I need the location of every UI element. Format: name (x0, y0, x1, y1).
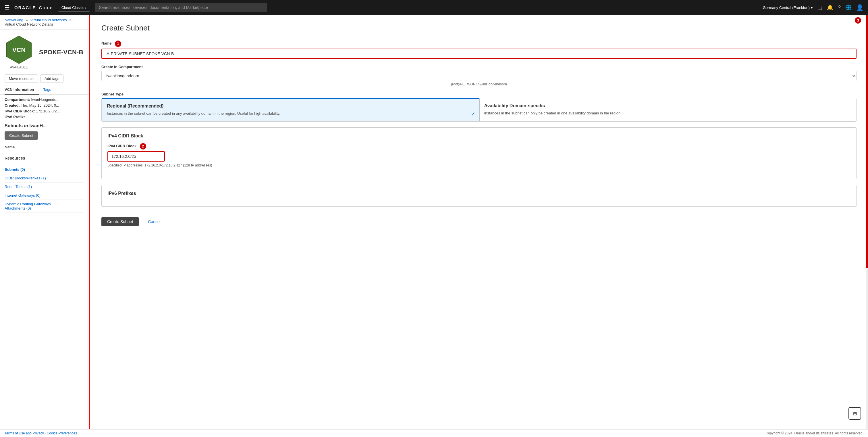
cloud-classic-button[interactable]: Cloud Classic › (58, 4, 90, 11)
regional-subnet-card[interactable]: Regional (Recommended) Instances in the … (102, 98, 479, 121)
hamburger-menu-icon[interactable]: ☰ (5, 4, 10, 11)
step-3-badge: 3 (855, 17, 861, 24)
main-container: Networking » Virtual cloud networks » Vi… (0, 15, 868, 437)
breadcrumb-networking[interactable]: Networking (5, 18, 23, 22)
scroll-thumb (866, 15, 868, 268)
subnet-type-form-group: Subnet Type Regional (Recommended) Insta… (101, 92, 857, 122)
resource-link-cidr[interactable]: CIDR Blocks/Prefixes (1) (5, 174, 84, 182)
compartment-select[interactable]: IwanHoogendoorn (101, 71, 857, 81)
compartment-path: (root)/NETWORK/IwanHoogendoorn (101, 82, 857, 86)
ipv4-cidr-input[interactable] (107, 151, 165, 162)
breadcrumb-vcn-list[interactable]: Virtual cloud networks (30, 18, 67, 22)
regional-check-icon: ✓ (471, 111, 475, 117)
subnet-type-label: Subnet Type (101, 92, 857, 96)
breadcrumb-sep2: » (69, 18, 71, 22)
vcn-name: SPOKE-VCN-B (39, 49, 83, 56)
table-header-name: Name (5, 143, 84, 151)
help-widget-button[interactable]: ⊞ (848, 407, 861, 420)
tabs-bar: VCN Information Tags (0, 85, 89, 95)
ad-specific-subnet-card[interactable]: Availability Domain-specific Instances i… (479, 98, 857, 121)
user-avatar[interactable]: 👤 (856, 4, 863, 11)
step-1-badge: 1 (115, 40, 121, 47)
subnets-section: Subnets in IwanH... Create Subnet Name (0, 123, 89, 151)
resources-section: Resources Subnets (0) CIDR Blocks/Prefix… (0, 151, 89, 217)
ad-specific-desc: Instances in the subnet can only be crea… (484, 111, 851, 116)
name-input[interactable] (101, 49, 857, 59)
vcn-hexagon-icon: VCN (5, 35, 33, 64)
compartment-row: Compartment: IwanHoogendo... (5, 97, 84, 102)
form-actions: Create Subnet Cancel (101, 212, 857, 231)
globe-icon[interactable]: 🌐 (845, 4, 851, 11)
resource-link-internet-gateways[interactable]: Internet Gateways (0) (5, 191, 84, 200)
console-icon[interactable]: ⬚ (817, 4, 822, 11)
name-form-group: Name 1 (101, 40, 857, 59)
help-icon[interactable]: ? (838, 5, 841, 11)
name-label: Name 1 (101, 40, 857, 47)
nav-right-section: Germany Central (Frankfurt) ▾ ⬚ 🔔 ? 🌐 👤 (763, 4, 863, 11)
ipv4-cidr-label: IPv4 CIDR Block 2 (107, 143, 850, 149)
create-subnet-panel: 3 Create Subnet Name 1 Create In Compart… (89, 15, 868, 437)
resources-title: Resources (5, 156, 84, 163)
vcn-header: VCN AVAILABLE SPOKE-VCN-B (0, 30, 89, 72)
created-row: Created: Thu, May 16, 2024, 0... (5, 103, 84, 108)
ipv6-section-title: IPv6 Prefixes (107, 191, 850, 196)
create-subnet-button[interactable]: Create Subnet (5, 132, 38, 140)
ipv4-section-title: IPv4 CIDR Block (107, 134, 850, 139)
add-tags-button[interactable]: Add tags (40, 75, 63, 83)
ipv6-section: IPv6 Prefixes (101, 185, 857, 207)
vcn-info-section: Compartment: IwanHoogendo... Created: Th… (0, 97, 89, 123)
top-navigation: ☰ ORACLE Cloud Cloud Classic › Germany C… (0, 0, 868, 15)
left-panel: Networking » Virtual cloud networks » Vi… (0, 15, 89, 437)
ipv6-prefix-row: IPv6 Prefix: - (5, 115, 84, 119)
subnets-title: Subnets in IwanH... (5, 123, 84, 128)
cookies-link[interactable]: Cookie Preferences (47, 431, 77, 435)
svg-text:VCN: VCN (12, 46, 26, 54)
bell-icon[interactable]: 🔔 (827, 4, 833, 11)
breadcrumb: Networking » Virtual cloud networks » Vi… (0, 15, 89, 30)
resource-link-subnets[interactable]: Subnets (0) (5, 165, 84, 174)
search-input[interactable] (95, 3, 267, 12)
tab-vcn-information[interactable]: VCN Information (5, 85, 39, 95)
resource-link-route-tables[interactable]: Route Tables (1) (5, 182, 84, 191)
terms-link[interactable]: Terms of Use and Privacy (5, 431, 44, 435)
panel-title: Create Subnet (101, 24, 857, 32)
scroll-indicator[interactable] (866, 15, 868, 437)
footer-left: Terms of Use and Privacy · Cookie Prefer… (5, 431, 77, 435)
region-selector[interactable]: Germany Central (Frankfurt) ▾ (763, 5, 813, 10)
ipv4-cidr-section: IPv4 CIDR Block IPv4 CIDR Block 2 Specif… (101, 127, 857, 179)
help-widget-icon: ⊞ (853, 411, 857, 416)
tab-tags[interactable]: Tags (43, 85, 56, 95)
subnet-type-container: Regional (Recommended) Instances in the … (101, 98, 857, 122)
action-buttons: Move resource Add tags (0, 72, 89, 85)
cancel-button[interactable]: Cancel (142, 217, 166, 226)
footer-copyright: Copyright © 2024, Oracle and/or its affi… (766, 431, 863, 435)
create-subnet-submit-button[interactable]: Create Subnet (101, 217, 139, 226)
compartment-form-group: Create In Compartment IwanHoogendoorn (r… (101, 65, 857, 86)
ad-specific-title: Availability Domain-specific (484, 103, 851, 108)
ipv4-cidr-row: IPv4 CIDR Block: 172.16.2.0/2... (5, 109, 84, 113)
vcn-status: AVAILABLE (10, 65, 28, 69)
breadcrumb-current: Virtual Cloud Network Details (5, 22, 53, 26)
step-2-badge: 2 (140, 143, 146, 149)
right-panel: 3 Create Subnet Name 1 Create In Compart… (89, 15, 868, 437)
compartment-label: Create In Compartment (101, 65, 857, 69)
ipv4-cidr-form-group: IPv4 CIDR Block 2 Specified IP addresses… (107, 143, 850, 167)
footer: Terms of Use and Privacy · Cookie Prefer… (0, 429, 868, 437)
ip-range-note: Specified IP addresses: 172.16.2.0-172.1… (107, 163, 850, 167)
breadcrumb-sep1: » (26, 18, 28, 22)
regional-title: Regional (Recommended) (107, 104, 474, 109)
step-3-badge-area: 3 (852, 17, 861, 24)
move-resource-button[interactable]: Move resource (5, 75, 38, 83)
oracle-logo: ORACLE Cloud (14, 5, 53, 10)
resource-link-drg[interactable]: Dynamic Routing Gateways Attachments (0) (5, 200, 84, 213)
regional-desc: Instances in the subnet can be created i… (107, 111, 474, 116)
